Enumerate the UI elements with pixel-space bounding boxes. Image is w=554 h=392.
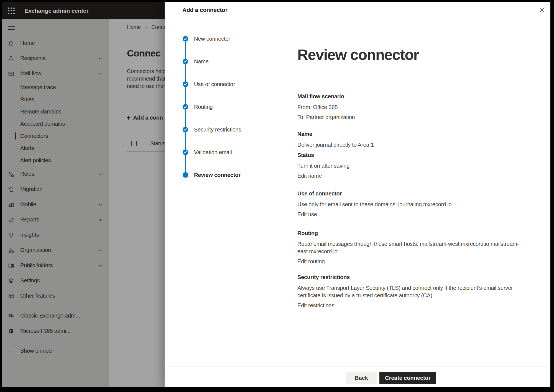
add-connector-panel: Add a connector New connectorNameUse of … <box>165 2 550 387</box>
app-window: Exchange admin center HomeRecipientsMail… <box>2 2 550 387</box>
step-current-icon <box>182 172 188 178</box>
step-label: Validation email <box>194 149 232 156</box>
section-heading: Use of connector <box>297 190 532 197</box>
section-text: Turn it on after saving <box>297 162 532 170</box>
edit-restrictions-link[interactable]: Edit restrictions <box>297 302 532 309</box>
section-heading: Status <box>297 151 532 159</box>
review-section-name: NameDeliver journal directly to Area 1 <box>297 130 532 149</box>
divider <box>165 366 550 367</box>
review-section-security-restrictions: Security restrictionsAlways use Transpor… <box>297 274 532 309</box>
close-icon[interactable] <box>538 6 546 14</box>
review-title: Review connector <box>297 47 419 63</box>
step-completed-icon <box>182 127 188 133</box>
section-text: Deliver journal directly to Area 1 <box>297 141 532 149</box>
section-text: From: Office 365 <box>297 104 532 111</box>
wizard-step-name[interactable]: Name <box>182 58 209 65</box>
step-label: Security restrictions <box>194 127 241 133</box>
review-section-use-of-connector: Use of connectorUse only for email sent … <box>297 190 532 218</box>
step-label: Review connector <box>194 172 241 178</box>
review-section-routing: RoutingRoute email messages through thes… <box>297 229 532 265</box>
step-completed-icon <box>182 36 188 42</box>
create-connector-button[interactable]: Create connector <box>379 372 436 384</box>
step-completed-icon <box>182 149 188 155</box>
section-heading: Security restrictions <box>297 274 532 281</box>
section-heading: Routing <box>297 229 532 237</box>
app-title: Exchange admin center <box>24 7 89 14</box>
review-section-mail-flow-scenario: Mail flow scenarioFrom: Office 365To: Pa… <box>297 93 532 121</box>
back-button[interactable]: Back <box>346 372 377 384</box>
divider <box>281 18 281 366</box>
section-text: Always use Transport Layer Security (TLS… <box>297 284 532 299</box>
step-completed-icon <box>182 81 188 87</box>
step-label: Name <box>194 58 209 65</box>
section-text: Use only for email sent to these domains… <box>297 201 532 208</box>
divider <box>165 18 550 18</box>
apps-grid-icon[interactable] <box>7 7 15 15</box>
wizard-step-security-restrictions[interactable]: Security restrictions <box>182 126 241 133</box>
edit-routing-link[interactable]: Edit routing <box>297 258 532 265</box>
panel-title: Add a connector <box>182 7 228 13</box>
wizard-step-routing[interactable]: Routing <box>182 103 213 110</box>
step-label: Routing <box>194 104 213 110</box>
review-sections: Mail flow scenarioFrom: Office 365To: Pa… <box>297 93 532 309</box>
section-heading: Mail flow scenario <box>297 93 532 100</box>
edit-use-link[interactable]: Edit use <box>297 211 532 218</box>
section-text: Route email messages through these smart… <box>297 240 532 255</box>
step-label: New connector <box>194 36 230 42</box>
step-completed-icon <box>182 58 188 65</box>
step-completed-icon <box>182 104 188 110</box>
review-section-status: StatusTurn it on after savingEdit name <box>297 151 532 180</box>
section-heading: Name <box>297 130 532 138</box>
wizard-step-new-connector[interactable]: New connector <box>182 35 230 42</box>
wizard-step-use-of-connector[interactable]: Use of connector <box>182 81 235 88</box>
wizard-step-validation-email[interactable]: Validation email <box>182 149 232 156</box>
step-label: Use of connector <box>194 81 235 87</box>
section-text: To: Partner organization <box>297 114 532 121</box>
edit-name-link[interactable]: Edit name <box>297 172 532 180</box>
wizard-step-review-connector[interactable]: Review connector <box>182 171 241 179</box>
